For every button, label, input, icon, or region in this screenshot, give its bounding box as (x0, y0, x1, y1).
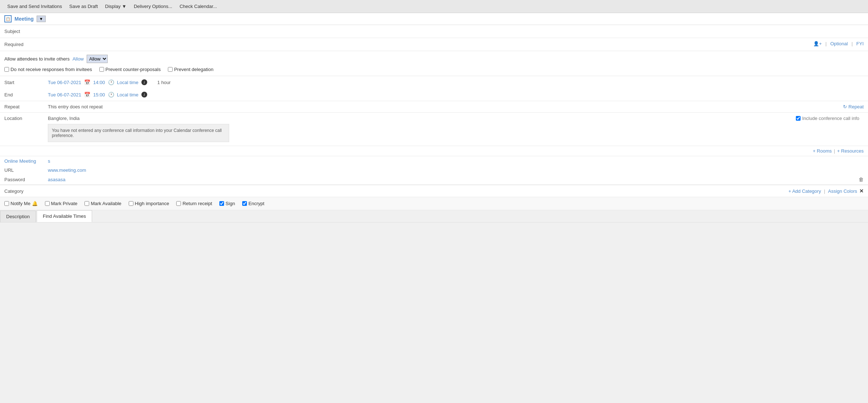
required-label: Required (0, 38, 44, 51)
password-label: Password (4, 177, 48, 182)
no-delegation-check[interactable] (168, 67, 173, 72)
sign-check[interactable] (219, 201, 224, 206)
bottom-checkboxes: Notify Me 🔔 Mark Private Mark Available … (0, 197, 868, 210)
rooms-resources-row: + Rooms | + Resources (0, 146, 868, 156)
mark-available-checkbox[interactable]: Mark Available (84, 201, 121, 206)
close-category-button[interactable]: ✕ (859, 188, 864, 194)
main-content: Subject Required 👤+ | Optional | FYI All… (0, 25, 868, 223)
add-required-icon[interactable]: 👤+ (813, 41, 822, 46)
start-time[interactable]: 14:00 (93, 80, 105, 85)
start-calendar-icon[interactable]: 📅 (84, 79, 90, 85)
location-value: Banglore, India (48, 116, 796, 121)
mark-available-check[interactable] (84, 201, 89, 206)
required-input[interactable] (48, 41, 805, 46)
start-clock-icon[interactable]: 🕐 (108, 79, 114, 85)
encrypt-label: Encrypt (248, 201, 264, 206)
repeat-row: Repeat This entry does not repeat ↻ Repe… (0, 101, 868, 113)
delivery-options-button[interactable]: Delivery Options... (131, 2, 175, 11)
url-value[interactable]: www.meeting.com (48, 167, 86, 173)
category-row: Category + Add Category | Assign Colors … (0, 185, 868, 197)
optional-link[interactable]: Optional (830, 41, 848, 46)
rooms-link[interactable]: + Rooms (813, 148, 832, 154)
tab-find-times[interactable]: Find Available Times (37, 210, 92, 222)
end-date[interactable]: Tue 06-07-2021 (48, 92, 81, 97)
conference-checkbox[interactable] (796, 116, 801, 121)
location-label: Location (4, 116, 48, 121)
end-calendar-icon[interactable]: 📅 (84, 92, 90, 97)
start-date[interactable]: Tue 06-07-2021 (48, 80, 81, 85)
location-row: Location Banglore, India Include confere… (0, 113, 868, 146)
subject-value (44, 25, 868, 36)
category-input[interactable] (48, 188, 788, 194)
save-send-button[interactable]: Save and Send Invitations (4, 2, 65, 11)
allow-dropdown[interactable]: Allow Deny (87, 55, 108, 63)
subject-input[interactable] (48, 28, 864, 33)
category-label: Category (4, 188, 48, 194)
high-importance-checkbox[interactable]: High importance (129, 201, 169, 206)
attendees-options: Allow attendees to invite others Allow A… (4, 55, 864, 63)
sign-label: Sign (226, 201, 235, 206)
return-receipt-check[interactable] (176, 201, 181, 206)
tab-description[interactable]: Description (0, 211, 36, 222)
repeat-button[interactable]: ↻ Repeat (843, 104, 864, 109)
display-button[interactable]: Display ▼ (102, 2, 129, 11)
mark-private-check[interactable] (45, 201, 50, 206)
meeting-dropdown-button[interactable]: ▼ (37, 16, 46, 22)
add-category-link[interactable]: + Add Category (788, 188, 821, 194)
subject-row: Subject (0, 25, 868, 38)
meeting-title: Meeting (15, 16, 34, 22)
required-right-actions: 👤+ | Optional | FYI (809, 38, 868, 49)
start-timezone[interactable]: Local time (117, 80, 139, 85)
notify-me-check[interactable] (4, 201, 9, 206)
start-end-section: Start Tue 06-07-2021 📅 14:00 🕐 Local tim… (0, 76, 868, 101)
end-value: Tue 06-07-2021 📅 15:00 🕐 Local time i (48, 92, 864, 97)
conference-note: You have not entered any conference call… (48, 124, 229, 142)
mark-private-label: Mark Private (51, 201, 78, 206)
start-value: Tue 06-07-2021 📅 14:00 🕐 Local time i 1 … (48, 79, 864, 85)
repeat-icon: ↻ (843, 104, 847, 109)
conference-label: Include conference call info (802, 116, 859, 121)
high-importance-check[interactable] (129, 201, 133, 206)
attendees-row: Allow attendees to invite others Allow A… (0, 51, 868, 76)
encrypt-checkbox[interactable]: Encrypt (242, 201, 264, 206)
fyi-link[interactable]: FYI (856, 41, 864, 46)
end-row: End Tue 06-07-2021 📅 15:00 🕐 Local time … (0, 88, 868, 101)
assign-colors-link[interactable]: Assign Colors (828, 188, 857, 194)
return-receipt-checkbox[interactable]: Return receipt (176, 201, 212, 206)
online-meeting-value[interactable]: s (48, 158, 50, 164)
end-info-icon[interactable]: i (141, 92, 147, 97)
no-delegation-label: Prevent delegation (174, 67, 213, 72)
title-bar: 📋 Meeting ▼ (0, 13, 868, 25)
save-draft-button[interactable]: Save as Draft (66, 2, 101, 11)
high-importance-label: High importance (135, 201, 169, 206)
resources-link[interactable]: + Resources (837, 148, 864, 154)
no-responses-checkbox[interactable]: Do not receive responses from invitees (4, 67, 92, 72)
end-timezone[interactable]: Local time (117, 92, 139, 97)
end-time[interactable]: 15:00 (93, 92, 105, 97)
password-value: asasasa (48, 177, 859, 182)
allow-attendees-label: Allow attendees to invite others (4, 56, 70, 62)
end-clock-icon[interactable]: 🕐 (108, 92, 114, 97)
meeting-icon: 📋 (4, 15, 12, 22)
no-counter-check[interactable] (99, 67, 104, 72)
required-row: Required 👤+ | Optional | FYI (0, 38, 868, 51)
online-meeting-label[interactable]: Online Meeting (4, 158, 48, 164)
mark-available-label: Mark Available (91, 201, 121, 206)
return-receipt-label: Return receipt (182, 201, 212, 206)
check-calendar-button[interactable]: Check Calendar... (177, 2, 220, 11)
encrypt-check[interactable] (242, 201, 247, 206)
toolbar: Save and Send Invitations Save as Draft … (0, 0, 868, 13)
start-label: Start (4, 80, 48, 85)
no-responses-check[interactable] (4, 67, 9, 72)
sign-checkbox[interactable]: Sign (219, 201, 235, 206)
start-info-icon[interactable]: i (141, 79, 147, 85)
allow-link[interactable]: Allow (73, 56, 84, 62)
delete-password-icon[interactable]: 🗑 (859, 176, 864, 182)
location-main: Location Banglore, India Include confere… (0, 113, 868, 124)
repeat-value: This entry does not repeat (48, 104, 843, 109)
no-delegation-checkbox[interactable]: Prevent delegation (168, 67, 213, 72)
no-counter-checkbox[interactable]: Prevent counter-proposals (99, 67, 161, 72)
mark-private-checkbox[interactable]: Mark Private (45, 201, 78, 206)
password-row: Password asasasa 🗑 (0, 174, 868, 185)
notify-me-checkbox[interactable]: Notify Me 🔔 (4, 201, 38, 206)
